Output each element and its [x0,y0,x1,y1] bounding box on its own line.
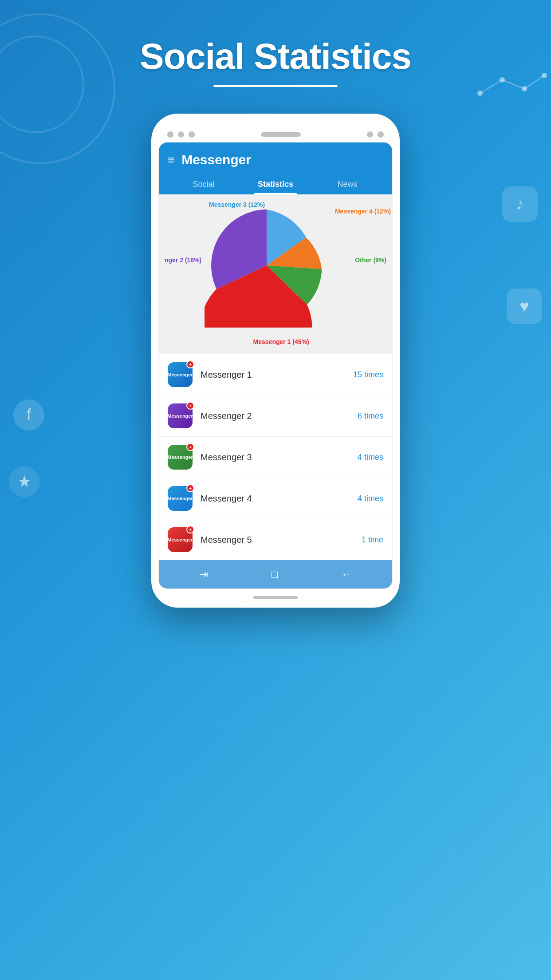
camera-dots-right [367,131,384,138]
phone-top-bar [158,131,393,138]
hamburger-icon[interactable]: ≡ [168,153,174,167]
list-item-name-m2: Messenger 2 [201,411,358,421]
camera-dot-3 [189,131,195,138]
bg-circle-2 [0,36,84,133]
pie-label-m3: Messenger 3 (12%) [209,201,265,208]
pie-label-other: Other (9%) [355,257,386,264]
heart-icon-bg: ♥ [507,288,542,324]
bg-circle-1 [0,13,115,164]
svg-point-1 [500,77,505,83]
nav-icon-menu[interactable]: ⇥ [199,568,208,581]
app-icon-messenger3: Messenger + [168,445,193,470]
badge-m4: + [186,484,194,492]
app-header-top: ≡ Messenger [168,152,383,167]
title-underline [213,85,338,87]
pie-label-m1: Messenger 1 (45%) [253,338,309,345]
bottom-nav: ⇥ □ ← [159,560,392,589]
list-item-count-m2: 6 times [358,411,383,421]
phone-speaker [261,132,301,137]
list-item-count-m5: 1 time [362,535,383,545]
music-icon-bg: ♪ [502,186,538,222]
phone-body: ≡ Messenger Social Statistics News [151,114,400,608]
list-item-name-m5: Messenger 5 [201,535,362,545]
camera-dots-left [167,131,195,138]
star-icon-bg: ★ [9,466,40,497]
list-item-count-m4: 4 times [358,494,383,503]
phone-bottom [158,596,393,599]
list-item-m3[interactable]: Messenger + Messenger 3 4 times [159,437,392,478]
app-title: Messenger [181,152,251,167]
badge-m3: + [186,443,194,451]
svg-point-3 [542,73,547,78]
chart-area: Messenger 3 (12%) Messenger 4 (12%) Othe… [159,194,392,354]
app-tabs: Social Statistics News [168,174,383,194]
list-item-m2[interactable]: Messenger + Messenger 2 6 times [159,395,392,437]
svg-point-2 [522,86,527,91]
badge-m2: + [186,402,194,410]
graph-decoration [462,67,551,120]
tab-social[interactable]: Social [168,174,240,194]
nav-icon-back[interactable]: ← [341,568,352,581]
app-icon-messenger1: Messenger + [168,362,193,387]
list-item-name-m3: Messenger 3 [201,452,358,462]
messenger-list: Messenger + Messenger 1 15 times Messeng… [159,354,392,560]
list-item-count-m1: 15 times [353,370,383,379]
app-icon-messenger2: Messenger + [168,403,193,428]
list-item-m1[interactable]: Messenger + Messenger 1 15 times [159,354,392,395]
list-item-m4[interactable]: Messenger + Messenger 4 4 times [159,478,392,519]
pie-label-m2: nger 2 (18%) [165,257,201,264]
svg-point-0 [477,91,483,96]
facebook-icon-bg: f [13,399,44,431]
badge-m5: + [186,526,194,533]
svg-line-4 [480,80,502,93]
tab-statistics[interactable]: Statistics [240,174,311,194]
list-item-name-m4: Messenger 4 [201,494,358,504]
camera-dot-1 [167,131,173,138]
badge-m1: + [186,360,194,368]
page-title-section: Social Statistics [140,36,411,87]
camera-dot-5 [378,131,384,138]
home-bar [253,596,298,599]
list-item-name-m1: Messenger 1 [201,370,353,380]
phone-screen: ≡ Messenger Social Statistics News [158,142,393,589]
camera-dot-2 [178,131,184,138]
pie-label-m4: Messenger 4 (12%) [335,208,391,215]
list-item-count-m3: 4 times [358,453,383,462]
camera-dot-4 [367,131,373,138]
list-item-m5[interactable]: Messenger + Messenger 5 1 time [159,519,392,560]
page-title: Social Statistics [140,36,411,77]
svg-line-6 [524,75,544,89]
app-icon-messenger5: Messenger + [168,527,193,552]
svg-line-5 [502,80,524,89]
pie-chart-svg [205,203,329,328]
nav-icon-home[interactable]: □ [272,568,278,581]
app-header: ≡ Messenger Social Statistics News [159,142,392,194]
pie-container: Messenger 3 (12%) Messenger 4 (12%) Othe… [205,203,346,341]
app-icon-messenger4: Messenger + [168,486,193,511]
phone-mockup: ≡ Messenger Social Statistics News [151,114,400,608]
tab-news[interactable]: News [311,174,383,194]
